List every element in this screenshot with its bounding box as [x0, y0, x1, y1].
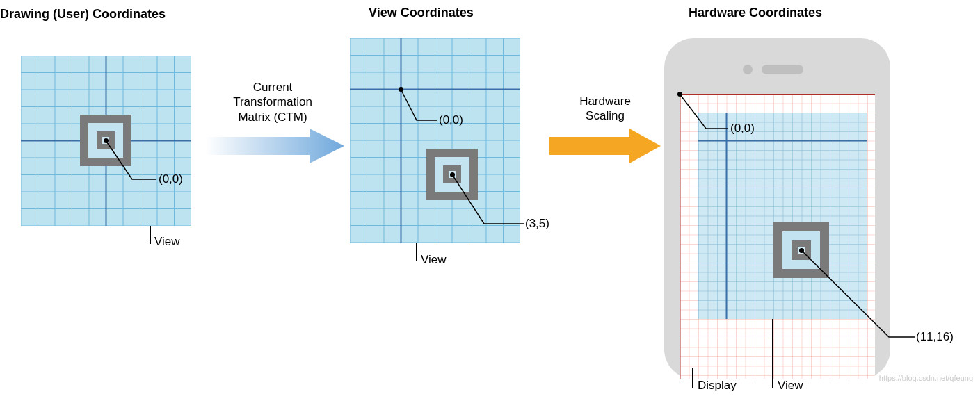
panel-user-coords: (0,0) View: [21, 56, 191, 226]
label-view-view: View: [421, 253, 447, 267]
tick-user-view: [150, 226, 151, 244]
callouts-hw: [664, 38, 970, 400]
tick-hw-display: [692, 368, 693, 388]
label-hw-origin: (0,0): [730, 122, 755, 136]
label-view-point: (3,5): [525, 217, 549, 231]
label-hw-point: (11,16): [916, 330, 954, 344]
callout-user-origin: [21, 56, 230, 250]
label-view-origin: (0,0): [439, 113, 463, 127]
heading-view-coords: View Coordinates: [369, 6, 474, 20]
watermark-text: https://blog.csdn.net/qfeung: [879, 374, 973, 382]
svg-marker-47: [549, 129, 661, 163]
arrow-ctm-icon: [205, 129, 344, 163]
heading-hardware-coords: Hardware Coordinates: [689, 6, 822, 20]
arrow-hw-label: Hardware Scaling: [563, 94, 647, 124]
arrow-hw-icon: [549, 129, 661, 163]
svg-marker-22: [205, 129, 344, 163]
label-hw-view: View: [778, 379, 803, 393]
callouts-view: [350, 38, 572, 274]
heading-user-coords: Drawing (User) Coordinates: [0, 7, 166, 22]
panel-hardware: (0,0) (11,16) Display View: [664, 38, 911, 379]
label-hw-display: Display: [698, 379, 737, 393]
panel-view-coords: (0,0) (3,5) View: [350, 38, 520, 243]
tick-view: [416, 243, 417, 261]
tick-hw-view: [772, 319, 773, 388]
label-user-view: View: [154, 235, 180, 249]
arrow-ctm-label: Current Transformation Matrix (CTM): [217, 80, 328, 124]
label-user-origin: (0,0): [159, 172, 183, 186]
